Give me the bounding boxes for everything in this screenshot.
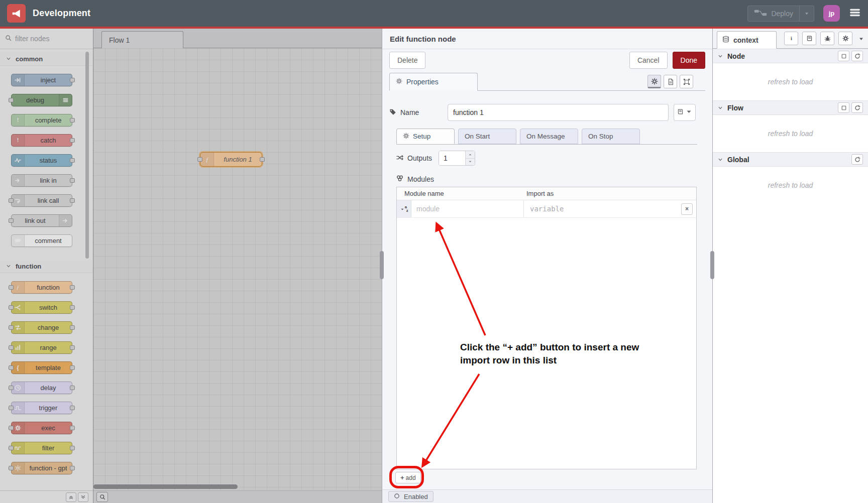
- canvas-zoom-button[interactable]: [96, 492, 108, 502]
- palette-node-label: debug: [12, 94, 59, 106]
- deploy-button[interactable]: Deploy: [747, 6, 814, 22]
- outputs-decrement-button[interactable]: [466, 159, 475, 166]
- collapse-section-button[interactable]: [838, 51, 849, 61]
- node-input-port[interactable]: [197, 157, 202, 162]
- refresh-button[interactable]: [851, 102, 863, 113]
- cancel-button[interactable]: Cancel: [629, 52, 668, 69]
- canvas-horizontal-scrollbar[interactable]: [93, 484, 238, 489]
- import-as-input[interactable]: [524, 200, 681, 217]
- palette-node-change[interactable]: change: [11, 321, 72, 334]
- palette-node-comment[interactable]: comment: [11, 234, 72, 247]
- node-input-port: [9, 98, 14, 102]
- tab-setup[interactable]: Setup: [396, 129, 455, 144]
- delete-button[interactable]: Delete: [389, 52, 425, 69]
- palette-scrollbar[interactable]: [85, 52, 89, 259]
- palette-node-complete[interactable]: !complete: [11, 114, 72, 127]
- palette-node-inject[interactable]: inject: [11, 74, 72, 86]
- tab-flow-1[interactable]: Flow 1: [101, 31, 183, 48]
- palette-node-label: complete: [25, 114, 72, 126]
- canvas-grid[interactable]: ƒ function 1: [93, 48, 382, 490]
- palette-node-link-call[interactable]: link call: [11, 194, 72, 207]
- sidebar-section-flow[interactable]: Flow: [713, 100, 868, 115]
- tab-on-stop[interactable]: On Stop: [582, 129, 640, 144]
- palette-node-switch[interactable]: switch: [11, 301, 72, 314]
- name-label-options-button[interactable]: [674, 104, 696, 121]
- palette-node-delay[interactable]: delay: [11, 382, 72, 394]
- name-input[interactable]: [448, 104, 669, 121]
- sidebar-section-node[interactable]: Node: [713, 49, 868, 63]
- palette-node-filter[interactable]: filter: [11, 442, 72, 454]
- palette-node-function[interactable]: ƒfunction: [11, 281, 72, 294]
- tray-resize-grip[interactable]: [380, 251, 384, 279]
- palette-footer: [0, 490, 93, 503]
- palette-node-catch[interactable]: !catch: [11, 134, 72, 147]
- palette-category-function[interactable]: function: [0, 260, 93, 273]
- debug-icon: [59, 94, 72, 106]
- main-menu-button[interactable]: [849, 7, 861, 20]
- palette-node-link-in[interactable]: link in: [11, 174, 72, 187]
- tab-appearance-button[interactable]: [680, 75, 693, 88]
- database-icon: [722, 36, 729, 44]
- svg-text:!: !: [17, 117, 19, 123]
- row-handle[interactable]: az: [397, 200, 411, 217]
- function-tabs: SetupOn StartOn MessageOn Stop: [396, 129, 697, 145]
- palette-categories: commoninjectdebug!complete!catchstatusli…: [0, 52, 93, 484]
- sidebar-sections: Noderefresh to loadFlowrefresh to loadGl…: [713, 49, 868, 204]
- palette-node-template[interactable]: {template: [11, 361, 72, 374]
- tab-debug-button[interactable]: [820, 32, 834, 45]
- deploy-options-caret[interactable]: [799, 6, 814, 21]
- user-avatar[interactable]: jp: [823, 5, 840, 22]
- node-output-port: [70, 466, 75, 470]
- palette-node-status[interactable]: status: [11, 154, 72, 167]
- filter-nodes-input[interactable]: [15, 35, 75, 43]
- svg-text:!: !: [17, 137, 19, 143]
- sidebar-resize-grip[interactable]: [710, 251, 714, 279]
- palette-search[interactable]: [0, 29, 93, 49]
- canvas-node-function-1[interactable]: ƒ function 1: [200, 152, 262, 167]
- tab-description-button[interactable]: [664, 75, 677, 88]
- tab-on-message[interactable]: On Message: [520, 129, 578, 144]
- palette-node-function-gpt[interactable]: function - gpt: [11, 462, 72, 474]
- remove-row-button[interactable]: ×: [681, 203, 693, 215]
- node-input-port: [9, 406, 14, 410]
- tab-on-start[interactable]: On Start: [458, 129, 516, 144]
- node-input-port: [9, 345, 14, 350]
- node-output-port: [70, 325, 75, 330]
- tab-help-button[interactable]: [802, 32, 816, 45]
- tab-context[interactable]: context: [717, 31, 777, 49]
- outputs-input[interactable]: [439, 151, 465, 165]
- outputs-increment-button[interactable]: [466, 151, 475, 159]
- tray-title: Edit function node: [382, 29, 712, 49]
- enabled-toggle[interactable]: Enabled: [388, 491, 433, 502]
- workspace-title: Development: [33, 8, 90, 19]
- palette-node-link-out[interactable]: link out: [11, 214, 72, 227]
- palette-node-trigger[interactable]: trigger: [11, 402, 72, 414]
- palette-node-exec[interactable]: exec: [11, 422, 72, 434]
- chevron-down-icon: [718, 156, 723, 164]
- modules-list: Module name Import as az ×: [396, 187, 697, 469]
- sidebar-section-global[interactable]: Global: [713, 152, 868, 167]
- module-name-input[interactable]: [411, 200, 524, 217]
- palette-category-common[interactable]: common: [0, 52, 93, 66]
- tab-properties[interactable]: Properties: [389, 73, 478, 91]
- refresh-button[interactable]: [851, 51, 863, 61]
- tab-properties-icon-button[interactable]: [647, 75, 661, 88]
- node-output-port: [70, 365, 75, 370]
- collapse-all-button[interactable]: [66, 492, 76, 502]
- add-button[interactable]: + add: [395, 472, 421, 483]
- flow-canvas[interactable]: Flow 1 ƒ function 1: [93, 29, 382, 503]
- expand-all-button[interactable]: [78, 492, 88, 502]
- outputs-spinner: [439, 151, 475, 166]
- exclaim-icon: !: [12, 114, 25, 126]
- palette-node-debug[interactable]: debug: [11, 94, 72, 106]
- node-output-port: [70, 285, 75, 290]
- sidebar-tabs-caret[interactable]: [858, 35, 864, 43]
- palette-node-label: template: [25, 362, 72, 373]
- node-output-port[interactable]: [260, 157, 265, 162]
- done-button[interactable]: Done: [673, 52, 705, 69]
- palette-node-range[interactable]: range: [11, 341, 72, 354]
- refresh-button[interactable]: [851, 154, 863, 165]
- tab-info-button[interactable]: i: [784, 32, 798, 45]
- tab-config-button[interactable]: [838, 32, 852, 45]
- collapse-section-button[interactable]: [838, 102, 849, 113]
